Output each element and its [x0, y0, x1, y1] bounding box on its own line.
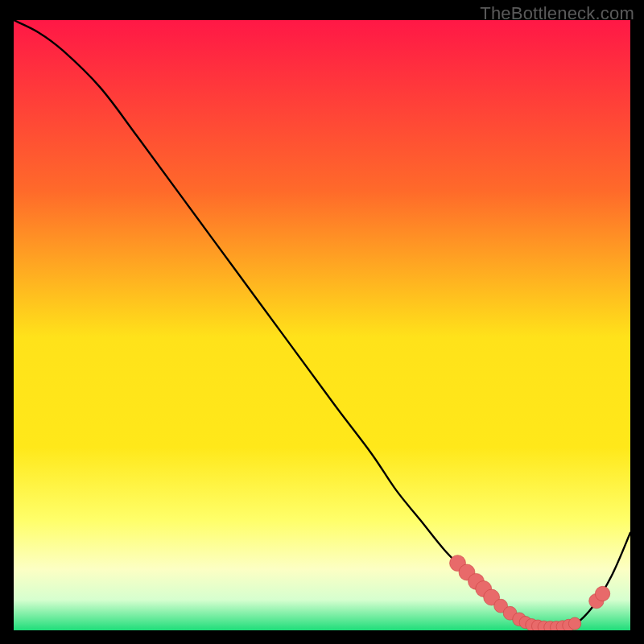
watermark-text: TheBottleneck.com [480, 3, 634, 24]
curve-marker [595, 586, 609, 601]
chart-svg [14, 20, 630, 630]
chart-stage: TheBottleneck.com [0, 0, 644, 644]
curve-marker [568, 617, 580, 630]
plot-area [14, 20, 630, 630]
gradient-background [14, 20, 630, 630]
